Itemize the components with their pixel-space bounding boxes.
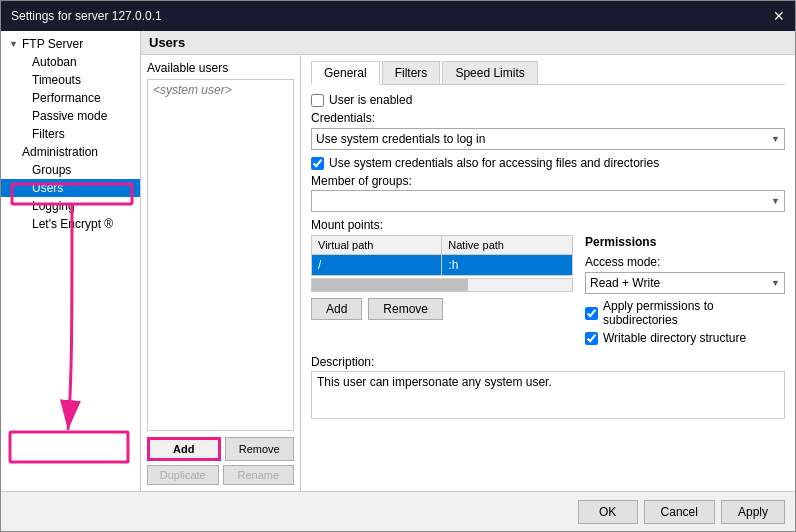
writable-dir-row: Writable directory structure <box>585 331 785 345</box>
add-user-button[interactable]: Add <box>147 437 221 461</box>
access-mode-label: Access mode: <box>585 255 785 269</box>
tree-item-label: Administration <box>22 145 98 159</box>
description-label: Description: <box>311 355 785 369</box>
user-enabled-row: User is enabled <box>311 93 785 107</box>
permissions-section: Permissions Access mode: Read + Write <box>585 235 785 349</box>
tree-item-label: Autoban <box>32 55 77 69</box>
tree-item-lets-encrypt[interactable]: Let's Encrypt ® <box>1 215 140 233</box>
mount-table-scroll: Virtual path Native path / <box>311 235 573 276</box>
access-mode-select-wrapper: Read + Write <box>585 272 785 294</box>
apply-subdirs-row: Apply permissions to subdirectories <box>585 299 785 327</box>
mount-buttons: Add Remove <box>311 298 573 320</box>
access-mode-select[interactable]: Read + Write <box>585 272 785 294</box>
tree-item-autoban[interactable]: Autoban <box>1 53 140 71</box>
duplicate-user-button[interactable]: Duplicate <box>147 465 219 485</box>
settings-window: Settings for server 127.0.0.1 ✕ ▼ FTP Se… <box>0 0 796 532</box>
tree-item-users[interactable]: Users <box>1 179 140 197</box>
tree-item-filters[interactable]: Filters <box>1 125 140 143</box>
native-path-header: Native path <box>442 236 573 255</box>
tree-item-label: Filters <box>32 127 65 141</box>
available-users-label: Available users <box>147 61 294 75</box>
mount-table: Virtual path Native path / <box>311 235 573 276</box>
permissions-label: Permissions <box>585 235 785 249</box>
credentials-section: Credentials: Use system credentials to l… <box>311 111 785 150</box>
tree-item-label: Let's Encrypt ® <box>32 217 113 231</box>
tabs-bar: General Filters Speed Limits <box>311 61 785 85</box>
use-system-creds-checkbox[interactable] <box>311 157 324 170</box>
tree-item-label: Logging <box>32 199 75 213</box>
tree-panel: ▼ FTP Server Autoban Timeouts Performanc… <box>1 31 141 491</box>
description-section: Description: This user can impersonate a… <box>311 355 785 422</box>
mount-perms-layout: Virtual path Native path / <box>311 235 785 349</box>
tree-item-passive-mode[interactable]: Passive mode <box>1 107 140 125</box>
tree-item-label: Timeouts <box>32 73 81 87</box>
mount-points-label: Mount points: <box>311 218 785 232</box>
mount-scrollbar[interactable] <box>311 278 573 292</box>
credentials-select[interactable]: Use system credentials to log in <box>311 128 785 150</box>
user-enabled-checkbox[interactable] <box>311 94 324 107</box>
users-pane: Available users <system user> Add Remove… <box>141 55 301 491</box>
description-box: This user can impersonate any system use… <box>311 371 785 422</box>
mount-points-section: Mount points: Virtual path N <box>311 218 785 349</box>
mount-scrollbar-thumb <box>312 279 468 291</box>
bottom-bar: OK Cancel Apply <box>1 491 795 531</box>
writable-dir-checkbox[interactable] <box>585 332 598 345</box>
tree-item-performance[interactable]: Performance <box>1 89 140 107</box>
rename-user-button[interactable]: Rename <box>223 465 295 485</box>
tree-item-label: Groups <box>32 163 71 177</box>
apply-subdirs-checkbox[interactable] <box>585 307 598 320</box>
system-user-item[interactable]: <system user> <box>148 80 293 100</box>
users-list[interactable]: <system user> <box>147 79 294 431</box>
writable-dir-label: Writable directory structure <box>603 331 746 345</box>
member-of-groups-section: Member of groups: <box>311 174 785 212</box>
cancel-button[interactable]: Cancel <box>644 500 715 524</box>
split-pane: Available users <system user> Add Remove… <box>141 55 795 491</box>
description-textarea[interactable]: This user can impersonate any system use… <box>311 371 785 419</box>
close-button[interactable]: ✕ <box>773 8 785 24</box>
ok-button[interactable]: OK <box>578 500 638 524</box>
groups-select[interactable] <box>311 190 785 212</box>
groups-select-wrapper <box>311 190 785 212</box>
panel-header: Users <box>141 31 795 55</box>
mount-add-button[interactable]: Add <box>311 298 362 320</box>
tree-item-logging[interactable]: Logging <box>1 197 140 215</box>
tree-item-ftp-server[interactable]: ▼ FTP Server <box>1 35 140 53</box>
credentials-label: Credentials: <box>311 111 785 125</box>
mount-section: Virtual path Native path / <box>311 235 573 349</box>
tree-item-label: FTP Server <box>22 37 83 51</box>
users-buttons: Add Remove Duplicate Rename <box>147 437 294 485</box>
tab-speed-limits[interactable]: Speed Limits <box>442 61 537 84</box>
credentials-select-wrapper: Use system credentials to log in <box>311 128 785 150</box>
window-title: Settings for server 127.0.0.1 <box>11 9 162 23</box>
use-system-creds-label: Use system credentials also for accessin… <box>329 156 659 170</box>
member-of-groups-label: Member of groups: <box>311 174 785 188</box>
tree-item-label: Performance <box>32 91 101 105</box>
use-system-creds-row: Use system credentials also for accessin… <box>311 156 785 170</box>
virtual-path-cell: / <box>312 255 442 276</box>
apply-subdirs-label: Apply permissions to subdirectories <box>603 299 785 327</box>
apply-button[interactable]: Apply <box>721 500 785 524</box>
expand-icon: ▼ <box>9 39 19 49</box>
main-area: Users Available users <system user> Add … <box>141 31 795 491</box>
tab-general[interactable]: General <box>311 61 380 85</box>
content-area: ▼ FTP Server Autoban Timeouts Performanc… <box>1 31 795 491</box>
tab-filters[interactable]: Filters <box>382 61 441 84</box>
tree-item-groups[interactable]: Groups <box>1 161 140 179</box>
mount-row[interactable]: / :h <box>312 255 573 276</box>
title-bar: Settings for server 127.0.0.1 ✕ <box>1 1 795 31</box>
tree-item-timeouts[interactable]: Timeouts <box>1 71 140 89</box>
tree-item-administration[interactable]: Administration <box>1 143 140 161</box>
native-path-cell: :h <box>442 255 573 276</box>
tree-item-label: Users <box>32 181 63 195</box>
user-enabled-label: User is enabled <box>329 93 412 107</box>
tree-item-label: Passive mode <box>32 109 107 123</box>
mount-remove-button[interactable]: Remove <box>368 298 443 320</box>
remove-user-button[interactable]: Remove <box>225 437 295 461</box>
virtual-path-header: Virtual path <box>312 236 442 255</box>
settings-pane: General Filters Speed Limits User is ena… <box>301 55 795 491</box>
